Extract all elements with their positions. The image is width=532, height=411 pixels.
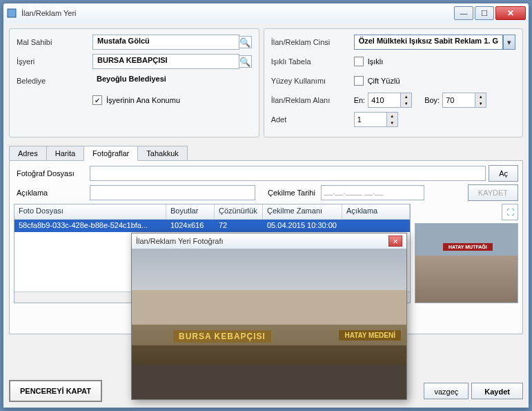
adet-label: Adet	[271, 115, 354, 124]
en-label: En:	[354, 96, 366, 104]
adet-spinner[interactable]: ▲▼	[354, 112, 398, 127]
belediye-label: Belediye	[17, 77, 92, 85]
yuzey-text: Çift Yüzlü	[368, 77, 400, 85]
ac-button[interactable]: Aç	[489, 165, 518, 182]
mal-sahibi-label: Mal Sahibi	[17, 38, 92, 46]
minimize-button[interactable]	[454, 6, 473, 20]
kaydet-button[interactable]: Kaydet	[471, 383, 523, 399]
isikli-text: Işıklı	[368, 57, 384, 66]
chevron-down-icon[interactable]	[503, 35, 515, 50]
boy-label: Boy:	[424, 96, 440, 104]
col-cozunurluk[interactable]: Çözünürlük	[215, 204, 263, 219]
mal-sahibi-input[interactable]: Mustafa Gölcü	[92, 35, 239, 50]
tab-tahakkuk[interactable]: Tahakkuk	[137, 146, 187, 161]
cekilme-label: Çekilme Tarihi	[268, 189, 315, 197]
popup-title: İlan/Reklam Yeri Fotoğrafı	[136, 237, 388, 245]
dosya-input[interactable]	[90, 166, 486, 181]
popup-close-button[interactable]	[388, 236, 402, 247]
pencere-kapat-button[interactable]: PENCEREYİ KAPAT	[9, 380, 102, 402]
ana-konum-label: İşyerinin Ana Konumu	[106, 96, 180, 104]
yuzey-label: Yüzey Kullanımı	[271, 77, 354, 85]
maximize-button[interactable]	[475, 6, 494, 20]
photo-thumbnail[interactable]: HATAY MUTFAĞI	[415, 223, 518, 303]
isikli-checkbox[interactable]	[354, 57, 364, 66]
isikli-label: Işıklı Tabela	[271, 57, 354, 66]
col-aciklama[interactable]: Açıklama	[342, 204, 410, 219]
tab-harita[interactable]: Harita	[46, 146, 84, 161]
boy-spinner[interactable]: ▲▼	[442, 93, 486, 108]
alan-label: İlan/Reklam Alanı	[271, 96, 354, 104]
photo-popup[interactable]: İlan/Reklam Yeri Fotoğrafı BURSA KEBAPÇI…	[131, 233, 407, 400]
cinsi-combo[interactable]: Özel Mülkteki Işıksız Sabit Reklam 1. G	[354, 35, 515, 50]
aciklama-label: Açıklama	[14, 189, 90, 197]
vazgec-button[interactable]: vazgeç	[424, 383, 469, 399]
popup-image: BURSA KEBAPÇISI HATAY MEDENİ	[132, 249, 406, 399]
yuzey-checkbox[interactable]	[354, 76, 364, 86]
kaydet-photo-button[interactable]: KAYDET	[468, 184, 518, 201]
isyeri-input[interactable]: BURSA KEBAPÇISI	[92, 54, 239, 69]
dosya-label: Fotoğraf Dosyası	[14, 169, 90, 178]
close-button[interactable]	[495, 6, 526, 20]
col-boyutlar[interactable]: Boyutlar	[166, 204, 215, 219]
window-title: İlan/Reklam Yeri	[21, 9, 454, 17]
aciklama-input[interactable]	[90, 185, 255, 200]
isyeri-search-icon[interactable]: 🔍	[239, 55, 252, 68]
tab-adres[interactable]: Adres	[9, 146, 47, 161]
isyeri-label: İşyeri	[17, 57, 92, 66]
tab-fotograflar[interactable]: Fotoğraflar	[83, 146, 138, 161]
table-row[interactable]: 58cfa8b9-033c-428e-b88e-524c1bfa... 1024…	[14, 220, 410, 232]
expand-icon[interactable]: ⛶	[502, 204, 518, 220]
ana-konum-checkbox[interactable]	[92, 95, 102, 105]
en-spinner[interactable]: ▲▼	[368, 93, 412, 108]
belediye-value: Beyoğlu Belediyesi	[92, 73, 252, 88]
cekilme-input[interactable]: __.__.____ __.__	[321, 185, 424, 200]
col-foto-dosyasi[interactable]: Foto Dosyası	[14, 204, 166, 219]
col-cekilme-zamani[interactable]: Çekilme Zamanı	[263, 204, 342, 219]
cinsi-label: İlan/Reklam Cinsi	[271, 38, 354, 46]
app-icon	[6, 8, 17, 19]
mal-sahibi-search-icon[interactable]: 🔍	[239, 36, 252, 48]
svg-rect-0	[8, 9, 16, 17]
